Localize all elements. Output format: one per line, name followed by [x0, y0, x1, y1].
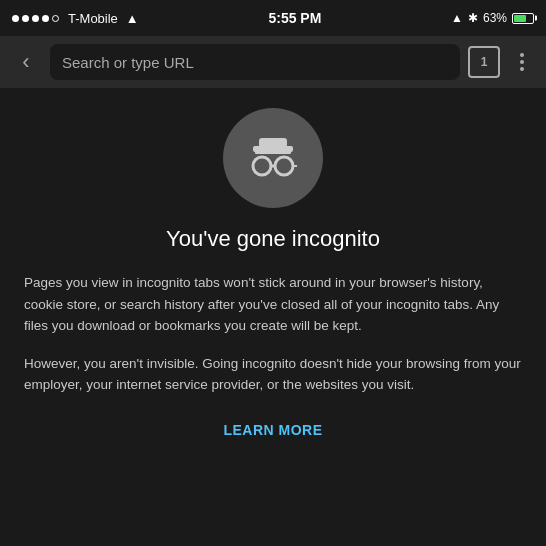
incognito-description: Pages you view in incognito tabs won't s…: [24, 272, 522, 396]
status-right: ▲ ✱ 63%: [451, 11, 534, 25]
battery-fill: [514, 15, 526, 22]
tab-count-label: 1: [481, 55, 488, 69]
menu-dot: [520, 67, 524, 71]
learn-more-link[interactable]: LEARN MORE: [223, 422, 322, 438]
status-left: T-Mobile ▲: [12, 11, 139, 26]
carrier-label: T-Mobile: [68, 11, 118, 26]
url-input[interactable]: Search or type URL: [62, 54, 194, 71]
signal-dot: [42, 15, 49, 22]
svg-point-3: [253, 157, 271, 175]
incognito-content: You've gone incognito Pages you view in …: [0, 88, 546, 458]
bluetooth-icon: ✱: [468, 11, 478, 25]
incognito-paragraph-1: Pages you view in incognito tabs won't s…: [24, 272, 522, 337]
signal-dot: [22, 15, 29, 22]
back-icon: ‹: [22, 49, 29, 75]
incognito-paragraph-2: However, you aren't invisible. Going inc…: [24, 353, 522, 396]
back-button[interactable]: ‹: [10, 46, 42, 78]
svg-point-4: [275, 157, 293, 175]
battery-icon: [512, 13, 534, 24]
signal-dot-empty: [52, 15, 59, 22]
status-bar: T-Mobile ▲ 5:55 PM ▲ ✱ 63%: [0, 0, 546, 36]
tab-switcher-button[interactable]: 1: [468, 46, 500, 78]
location-icon: ▲: [451, 11, 463, 25]
battery-percent: 63%: [483, 11, 507, 25]
signal-dot: [32, 15, 39, 22]
overflow-menu-button[interactable]: [508, 46, 536, 78]
incognito-icon-container: [223, 108, 323, 208]
menu-dot: [520, 60, 524, 64]
menu-dot: [520, 53, 524, 57]
time-display: 5:55 PM: [268, 10, 321, 26]
signal-dot: [12, 15, 19, 22]
svg-rect-1: [259, 138, 287, 148]
url-bar[interactable]: Search or type URL: [50, 44, 460, 80]
incognito-title: You've gone incognito: [166, 226, 380, 252]
signal-icon: [12, 15, 59, 22]
browser-nav-bar: ‹ Search or type URL 1: [0, 36, 546, 88]
svg-rect-2: [255, 150, 291, 154]
incognito-icon: [239, 124, 307, 192]
wifi-icon: ▲: [126, 11, 139, 26]
